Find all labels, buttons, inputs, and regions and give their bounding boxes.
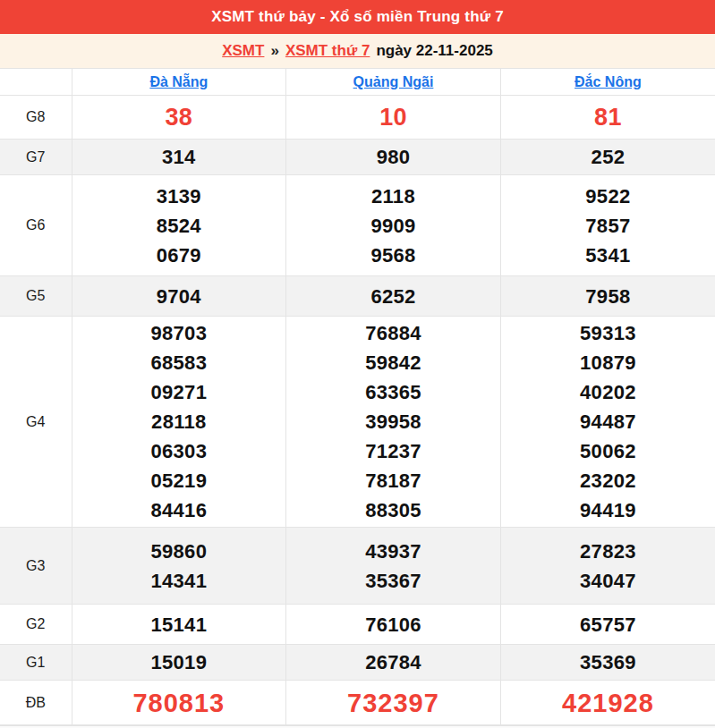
prize-cell: 732397: [286, 681, 501, 725]
prize-number: 35369: [501, 648, 715, 677]
prize-label: G4: [0, 317, 72, 528]
prize-number: 2118: [286, 182, 500, 211]
prize-cell: 780813: [72, 681, 286, 725]
prize-number: 50062: [501, 436, 715, 466]
prize-cell: 421928: [500, 681, 715, 725]
prize-number: 10879: [501, 348, 715, 377]
prize-number: 59313: [501, 318, 715, 348]
province-link-quang-ngai[interactable]: Quảng Ngãi: [353, 74, 434, 89]
prize-number: 15019: [72, 648, 286, 677]
prize-number: 3139: [72, 182, 286, 211]
prize-number: 27823: [501, 537, 715, 566]
prize-label: G3: [0, 528, 72, 605]
prize-cell: 15141: [72, 605, 286, 645]
prize-number: 0679: [72, 241, 286, 270]
prize-cell: 252: [500, 140, 715, 175]
prize-number: 9704: [72, 282, 286, 311]
prize-number: 780813: [72, 687, 286, 719]
prize-number: 09271: [72, 377, 286, 407]
prize-number: 43937: [286, 537, 500, 566]
prize-cell: 5986014341: [72, 528, 286, 605]
prize-number: 28118: [72, 407, 286, 436]
prize-number: 8524: [72, 211, 286, 241]
breadcrumb-separator: »: [270, 42, 278, 60]
prize-row-G3: G3598601434143937353672782334047: [0, 528, 715, 605]
prize-number: 15141: [72, 610, 286, 639]
prize-cell: 38: [72, 96, 286, 140]
column-header-quang-ngai: Quảng Ngãi: [286, 69, 501, 96]
prize-cell: 59313108794020294487500622320294419: [500, 317, 715, 528]
breadcrumb-link-xsmt-thu-7[interactable]: XSMT thứ 7: [285, 42, 370, 60]
prize-cell: 7958: [500, 276, 715, 317]
prize-cell: 35369: [500, 645, 715, 681]
prize-number: 9909: [286, 211, 500, 241]
prize-cell: 76884598426336539958712377818788305: [286, 317, 501, 528]
prize-label: G2: [0, 605, 72, 645]
prize-number: 59842: [286, 348, 500, 377]
prize-number: 76106: [286, 610, 500, 639]
prize-number: 421928: [501, 687, 715, 719]
prize-number: 23202: [501, 466, 715, 495]
prize-number: 84416: [72, 495, 286, 525]
prize-label: G5: [0, 276, 72, 317]
prize-row-G5: G5970462527958: [0, 276, 715, 317]
prize-number: 81: [501, 102, 715, 132]
prize-number: 94487: [501, 407, 715, 436]
prize-number: 14341: [72, 566, 286, 596]
prize-number: 05219: [72, 466, 286, 495]
prize-number: 78187: [286, 466, 500, 495]
prize-cell: 314: [72, 140, 286, 175]
prize-cell: 980: [286, 140, 501, 175]
prize-number: 5341: [501, 241, 715, 270]
prize-number: 68583: [72, 348, 286, 377]
prize-number: 7958: [501, 282, 715, 311]
column-header-da-nang: Đà Nẵng: [72, 69, 286, 96]
prize-number: 34047: [501, 566, 715, 596]
prize-number: 9522: [501, 182, 715, 211]
breadcrumb-link-xsmt[interactable]: XSMT: [222, 42, 264, 60]
prize-number: 980: [286, 142, 500, 172]
prize-number: 7857: [501, 211, 715, 241]
prize-cell: 313985240679: [72, 175, 286, 276]
prize-row-G7: G7314980252: [0, 140, 715, 175]
prize-label: G1: [0, 645, 72, 681]
prize-cell: 9704: [72, 276, 286, 317]
prize-label: G8: [0, 96, 72, 140]
prize-number: 35367: [286, 566, 500, 596]
prize-number: 252: [501, 142, 715, 172]
prize-cell: 15019: [72, 645, 286, 681]
prize-cell: 10: [286, 96, 501, 140]
prize-number: 39958: [286, 407, 500, 436]
prize-cell: 76106: [286, 605, 501, 645]
prize-row-G1: G1150192678435369: [0, 645, 715, 681]
prize-number: 65757: [501, 610, 715, 639]
prize-cell: 4393735367: [286, 528, 501, 605]
prize-number: 71237: [286, 436, 500, 466]
app-header: XSMT thứ bảy - Xổ số miền Trung thứ 7: [0, 0, 715, 34]
prize-label: G6: [0, 175, 72, 276]
prize-cell: 952278575341: [500, 175, 715, 276]
prize-row-ĐB: ĐB780813732397421928: [0, 681, 715, 725]
prize-number: 88305: [286, 495, 500, 525]
prize-number: 314: [72, 142, 286, 172]
prize-number: 76884: [286, 318, 500, 348]
prize-number: 38: [72, 102, 286, 132]
column-header-dac-nong: Đắc Nông: [500, 69, 715, 96]
province-link-da-nang[interactable]: Đà Nẵng: [149, 74, 208, 89]
prize-cell: 6252: [286, 276, 501, 317]
prize-cell: 26784: [286, 645, 501, 681]
prize-row-G6: G6313985240679211899099568952278575341: [0, 175, 715, 276]
breadcrumb-date: ngày 22-11-2025: [376, 42, 492, 60]
prize-cell: 2782334047: [500, 528, 715, 605]
prize-row-G2: G2151417610665757: [0, 605, 715, 645]
prize-cell: 211899099568: [286, 175, 501, 276]
prize-number: 6252: [286, 282, 500, 311]
prize-row-G4: G498703685830927128118063030521984416768…: [0, 317, 715, 528]
province-link-dac-nong[interactable]: Đắc Nông: [575, 74, 642, 89]
prize-number: 26784: [286, 648, 500, 677]
prize-number: 59860: [72, 537, 286, 566]
breadcrumb: XSMT » XSMT thứ 7 ngày 22-11-2025: [0, 34, 715, 68]
prize-cell: 81: [500, 96, 715, 140]
prize-label: G7: [0, 140, 72, 175]
prize-number: 06303: [72, 436, 286, 466]
